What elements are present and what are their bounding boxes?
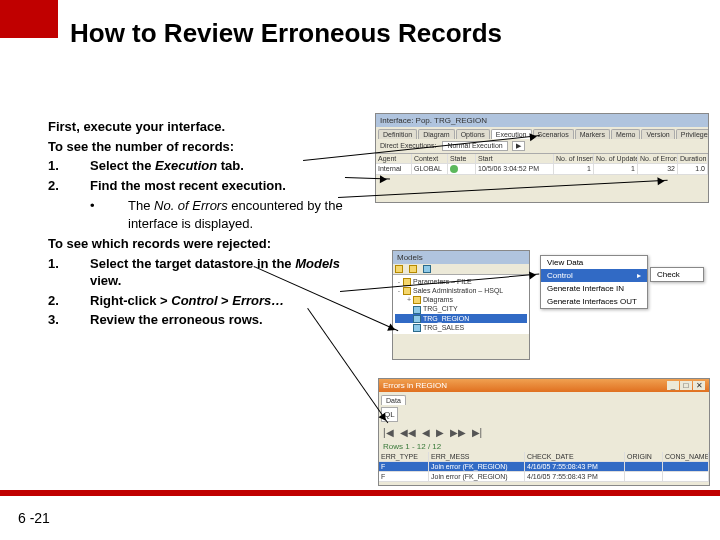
table-icon bbox=[413, 315, 421, 323]
chevron-right-icon: ▸ bbox=[637, 271, 641, 280]
exec-grid-header: Agent Context State Start No. of Inserts… bbox=[376, 154, 708, 164]
table-icon bbox=[413, 306, 421, 314]
tab-data[interactable]: Data bbox=[381, 395, 406, 405]
screenshot-execution: Interface: Pop. TRG_REGION Definition Di… bbox=[375, 113, 709, 203]
window-controls: _□✕ bbox=[666, 381, 705, 390]
sub-bullet-errors: • The No. of Errors encountered by the i… bbox=[90, 197, 358, 232]
folder-icon bbox=[413, 296, 421, 304]
nav-next-page[interactable]: ▶▶ bbox=[450, 427, 466, 438]
tree-item-trg-region[interactable]: TRG_REGION bbox=[395, 314, 527, 323]
exec-grid: Agent Context State Start No. of Inserts… bbox=[376, 154, 708, 175]
exec-window-title: Interface: Pop. TRG_REGION bbox=[376, 114, 708, 127]
intro-line-3: To see which records were rejected: bbox=[48, 235, 358, 253]
screenshot-models: Models -Parameters – FILE -Sales Adminis… bbox=[392, 250, 530, 360]
red-corner-block bbox=[0, 0, 58, 38]
exec-tabs: Definition Diagram Options Execution Sce… bbox=[376, 127, 708, 139]
intro-line-1: First, execute your interface. bbox=[48, 118, 358, 136]
step-b: 2. Right-click > Control > Errors… bbox=[48, 292, 358, 310]
close-icon[interactable]: ✕ bbox=[693, 381, 705, 390]
menu-gen-in[interactable]: Generate Interface IN bbox=[541, 282, 647, 295]
tree-item-diagrams[interactable]: +Diagrams bbox=[395, 295, 527, 304]
tree-item-trg-city[interactable]: TRG_CITY bbox=[395, 304, 527, 313]
errors-grid-row[interactable]: F Join error (FK_REGION) 4/16/05 7:55:08… bbox=[379, 472, 709, 482]
tab-version[interactable]: Version bbox=[641, 129, 674, 139]
folder-icon bbox=[403, 287, 411, 295]
step-a: 1. Select the target datastore in the Mo… bbox=[48, 255, 358, 290]
slide-title: How to Review Erroneous Records bbox=[70, 18, 502, 49]
tab-options[interactable]: Options bbox=[456, 129, 490, 139]
menu-view-data[interactable]: View Data bbox=[541, 256, 647, 269]
nav-prev[interactable]: ◀ bbox=[422, 427, 430, 438]
tab-memo[interactable]: Memo bbox=[611, 129, 640, 139]
context-submenu: Check bbox=[650, 267, 704, 282]
errors-grid-row-selected[interactable]: F Join error (FK_REGION) 4/16/05 7:55:08… bbox=[379, 462, 709, 472]
errors-titlebar: Errors in REGION _□✕ bbox=[379, 379, 709, 392]
tree-item-trg-sales[interactable]: TRG_SALES bbox=[395, 323, 527, 332]
step-2: 2. Find the most recent execution. bbox=[48, 177, 358, 195]
nav-next[interactable]: ▶ bbox=[436, 427, 444, 438]
errors-tabs: Data bbox=[379, 392, 709, 405]
screenshot-errors: Errors in REGION _□✕ Data QL |◀ ◀◀ ◀ ▶ ▶… bbox=[378, 378, 710, 486]
ok-icon bbox=[450, 165, 458, 173]
errors-grid-header: ERR_TYPE ERR_MESS CHECK_DATE ORIGIN CONS… bbox=[379, 452, 709, 462]
folder-icon[interactable] bbox=[395, 265, 403, 273]
context-menu: View Data Control▸ Generate Interface IN… bbox=[540, 255, 648, 309]
page-number: 6 -21 bbox=[18, 510, 50, 526]
folder-icon[interactable] bbox=[409, 265, 417, 273]
nav-prev-page[interactable]: ◀◀ bbox=[400, 427, 416, 438]
tree-item-sales-admin[interactable]: -Sales Administration – HSQL bbox=[395, 286, 527, 295]
nav-first[interactable]: |◀ bbox=[383, 427, 394, 438]
tab-diagram[interactable]: Diagram bbox=[418, 129, 454, 139]
exec-grid-row[interactable]: Internal GLOBAL 10/5/06 3:04:52 PM 1 1 3… bbox=[376, 164, 708, 175]
models-toolbar bbox=[393, 264, 529, 275]
nav-last[interactable]: ▶| bbox=[472, 427, 483, 438]
models-title: Models bbox=[393, 251, 529, 264]
errors-nav: |◀ ◀◀ ◀ ▶ ▶▶ ▶| bbox=[379, 424, 709, 441]
db-icon[interactable] bbox=[423, 265, 431, 273]
menu-control[interactable]: Control▸ bbox=[541, 269, 647, 282]
errors-grid: ERR_TYPE ERR_MESS CHECK_DATE ORIGIN CONS… bbox=[379, 452, 709, 482]
submenu-check[interactable]: Check bbox=[651, 268, 703, 281]
errors-title: Errors in REGION bbox=[383, 381, 447, 390]
maximize-icon[interactable]: □ bbox=[680, 381, 692, 390]
tab-definition[interactable]: Definition bbox=[378, 129, 417, 139]
tab-markers[interactable]: Markers bbox=[575, 129, 610, 139]
body-text: First, execute your interface. To see th… bbox=[48, 118, 358, 331]
footer-red-bar bbox=[0, 490, 720, 496]
exec-run-button[interactable]: ▶ bbox=[512, 141, 525, 151]
table-icon bbox=[413, 324, 421, 332]
minimize-icon[interactable]: _ bbox=[667, 381, 679, 390]
intro-line-2: To see the number of records: bbox=[48, 138, 358, 156]
errors-row-status: Rows 1 - 12 / 12 bbox=[379, 441, 709, 452]
menu-gen-out[interactable]: Generate Interfaces OUT bbox=[541, 295, 647, 308]
tab-privileges[interactable]: Privileges bbox=[676, 129, 709, 139]
